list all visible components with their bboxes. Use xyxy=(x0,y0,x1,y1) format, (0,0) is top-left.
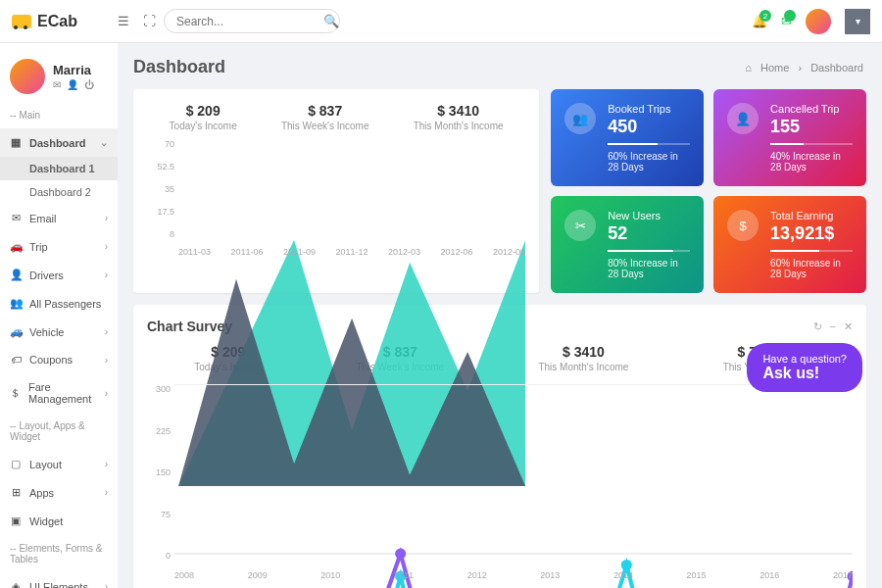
chevron-right-icon: › xyxy=(105,487,108,498)
cancelled-icon: 👤 xyxy=(727,103,759,134)
chat-bubble[interactable]: Have a question? Ask us! xyxy=(747,343,862,392)
dashboard-icon: ▦ xyxy=(10,136,22,149)
breadcrumb: ⌂ Home › Dashboard xyxy=(742,62,866,74)
month-income-val: $ 3410 xyxy=(414,103,504,119)
apps-icon: ⊞ xyxy=(10,486,22,499)
stat-cancelled[interactable]: 👤 Cancelled Trip15540% Increase in 28 Da… xyxy=(713,89,866,186)
income-card: $ 209Today's Income $ 837This Week's Inc… xyxy=(133,89,539,293)
nav-widget[interactable]: ▣Widget xyxy=(0,507,118,535)
booked-icon: 👥 xyxy=(564,103,596,134)
mail-badge xyxy=(784,10,796,22)
avatar[interactable] xyxy=(806,9,831,34)
main-content: Dashboard ⌂ Home › Dashboard $ 209Today'… xyxy=(118,43,882,588)
chevron-right-icon: › xyxy=(105,270,108,280)
nav-section-main: -- Main xyxy=(0,102,118,128)
crumb-home[interactable]: Home xyxy=(760,62,789,74)
chevron-right-icon: › xyxy=(105,326,108,337)
stat-users[interactable]: ✂ New Users5280% Increase in 28 Days xyxy=(551,196,704,293)
nav-vehicle[interactable]: 🚙Vehicle› xyxy=(0,318,118,346)
nav-drivers[interactable]: 👤Drivers› xyxy=(0,261,118,289)
layout-icon: ▢ xyxy=(10,458,22,470)
nav-dashboard[interactable]: ▦Dashboard⌄ xyxy=(0,128,118,157)
mail-icon[interactable]: ✉ xyxy=(53,79,61,90)
chevron-down-icon: ⌄ xyxy=(100,137,108,148)
week-income-val: $ 837 xyxy=(281,103,369,119)
chevron-right-icon: › xyxy=(105,241,108,252)
coupons-icon: 🏷 xyxy=(10,354,22,366)
brand-logo[interactable]: ECab xyxy=(12,13,118,30)
email-icon: ✉ xyxy=(10,212,22,224)
user-dropdown[interactable]: ▾ xyxy=(845,9,870,34)
widget-icon: ▣ xyxy=(10,514,22,527)
nav-passengers[interactable]: 👥All Passengers xyxy=(0,289,118,318)
user-quick-icons: ✉ 👤 ⏻ xyxy=(53,79,94,90)
topbar-controls: ☰ ⛶ xyxy=(118,14,156,28)
nav-dashboard-2[interactable]: Dashboard 2 xyxy=(0,180,118,204)
search-box[interactable]: 🔍 xyxy=(164,9,340,33)
stat-cards: 👥 Booked Trips45060% Increase in 28 Days… xyxy=(551,89,866,293)
nav-apps[interactable]: ⊞Apps› xyxy=(0,478,118,507)
chevron-right-icon: › xyxy=(105,355,108,366)
fare-icon: ＄ xyxy=(10,386,21,401)
crumb-current: Dashboard xyxy=(810,62,863,74)
users-icon: ✂ xyxy=(564,210,596,241)
nav-section-layout: -- Layout, Apps & Widget xyxy=(0,413,118,450)
area-chart: 7052.53517.58 2011-032011-062011-092011-… xyxy=(147,139,525,257)
earning-icon: $ xyxy=(727,210,759,241)
svg-point-21 xyxy=(621,560,632,570)
chevron-right-icon: › xyxy=(105,388,108,399)
nav-dashboard-1[interactable]: Dashboard 1 xyxy=(0,157,118,180)
brand-text: ECab xyxy=(37,13,77,30)
nav-layout[interactable]: ▢Layout› xyxy=(0,450,118,478)
sidebar: Marria ✉ 👤 ⏻ -- Main ▦Dashboard⌄ Dashboa… xyxy=(0,43,118,588)
cab-icon xyxy=(12,15,31,28)
nav-ui[interactable]: ◈UI Elements› xyxy=(0,572,118,588)
stat-booked[interactable]: 👥 Booked Trips45060% Increase in 28 Days xyxy=(551,89,704,186)
page-title: Dashboard xyxy=(133,57,225,77)
vehicle-icon: 🚙 xyxy=(10,325,22,338)
chevron-right-icon: › xyxy=(105,581,108,588)
svg-point-28 xyxy=(395,548,406,559)
fullscreen-icon[interactable]: ⛶ xyxy=(143,14,156,28)
nav-trip[interactable]: 🚗Trip› xyxy=(0,232,118,261)
home-icon: ⌂ xyxy=(745,62,752,74)
stat-earning[interactable]: $ Total Earning13,921$60% Increase in 28… xyxy=(713,196,866,293)
bell-icon[interactable]: 🔔2 xyxy=(752,14,767,28)
line-chart: 300225150750 200820092010201120122013201… xyxy=(147,384,853,580)
ui-icon: ◈ xyxy=(10,580,22,588)
nav-section-elements: -- Elements, Forms & Tables xyxy=(0,535,118,572)
menu-icon[interactable]: ☰ xyxy=(118,14,129,28)
chevron-right-icon: › xyxy=(105,213,108,223)
nav-coupons[interactable]: 🏷Coupons› xyxy=(0,346,118,373)
user-avatar[interactable] xyxy=(10,59,45,94)
search-icon[interactable]: 🔍 xyxy=(323,14,339,28)
nav-email[interactable]: ✉Email› xyxy=(0,204,118,232)
today-income-val: $ 209 xyxy=(170,103,237,119)
minimize-icon[interactable]: − xyxy=(830,320,836,333)
user-name: Marria xyxy=(53,63,94,77)
topbar-right: 🔔2 ✉ ▾ xyxy=(752,9,870,34)
power-icon[interactable]: ⏻ xyxy=(84,79,94,90)
car-icon: 🚗 xyxy=(10,240,22,253)
passengers-icon: 👥 xyxy=(10,297,22,310)
person-icon[interactable]: 👤 xyxy=(67,79,78,90)
chevron-right-icon: › xyxy=(105,459,108,469)
refresh-icon[interactable]: ↻ xyxy=(813,320,822,333)
topbar: ECab ☰ ⛶ 🔍 🔔2 ✉ ▾ xyxy=(0,0,882,43)
notif-badge: 2 xyxy=(760,10,771,22)
user-block: Marria ✉ 👤 ⏻ xyxy=(0,51,118,102)
mail-icon[interactable]: ✉ xyxy=(781,14,792,28)
nav-fare[interactable]: ＄Fare Management› xyxy=(0,373,118,413)
search-input[interactable] xyxy=(176,15,323,28)
close-icon[interactable]: ✕ xyxy=(844,320,853,333)
driver-icon: 👤 xyxy=(10,269,22,281)
